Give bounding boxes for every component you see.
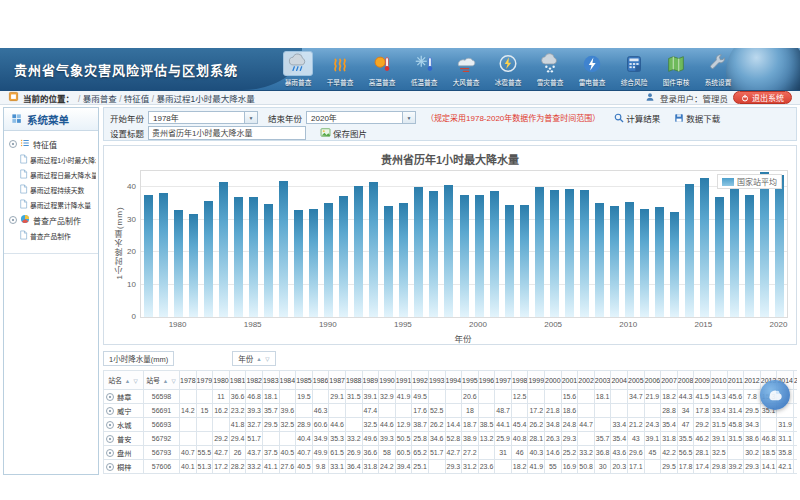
tree-item-label: 普查产品制作 xyxy=(30,231,71,241)
nav-item-label: 图件审核 xyxy=(662,77,689,87)
tree-item[interactable]: 暴雨过程累计降水量 xyxy=(6,197,96,212)
chart-title: 贵州省历年1小时最大降水量 xyxy=(104,151,796,167)
station-id-column-header[interactable]: 站号 ▲ ▽ xyxy=(144,371,180,390)
value-cell-水城-1996: 38.5 xyxy=(478,418,495,432)
nav-item-high-temp[interactable]: 高温普查 xyxy=(363,51,400,87)
nav-item-hail[interactable]: 冰雹普查 xyxy=(489,51,526,87)
chart-title-input[interactable] xyxy=(148,126,306,140)
bar-2018 xyxy=(745,195,754,317)
nav-item-snow[interactable]: 雪灾普查 xyxy=(531,51,568,87)
table-row-桐梓: 桐梓5760640.151.317.228.233.241.127.640.59… xyxy=(104,460,798,474)
value-cell-普安-1987: 35.3 xyxy=(329,432,346,446)
breadcrumb-link[interactable]: 暴雨普查 xyxy=(83,94,117,104)
nav-item-rainstorm[interactable]: 暴雨普查 xyxy=(279,51,316,87)
value-cell-桐梓-2009: 17.4 xyxy=(694,460,711,474)
value-cell-桐梓-2008: 17.8 xyxy=(677,460,694,474)
sidebar-tree: 特征值暴雨过程1小时最大降水量暴雨过程日最大降水量暴雨过程持续天数暴雨过程累计降… xyxy=(4,131,98,243)
value-cell-威宁-2010: 33.4 xyxy=(711,404,728,418)
row-expand-icon[interactable] xyxy=(106,421,114,429)
value-cell-盘州-2007: 42.2 xyxy=(661,446,678,460)
bar-1983 xyxy=(219,182,228,317)
value-cell-盘州-2014: 35.8 xyxy=(777,446,794,460)
bar-2002 xyxy=(505,205,514,317)
bar-1991 xyxy=(339,196,348,317)
measure-field-box[interactable]: 1小时降水量(mm) xyxy=(103,351,174,366)
year-column-header-1990: 1990 xyxy=(379,371,396,390)
value-cell-普安-2007: 31.8 xyxy=(661,432,678,446)
station-column-header[interactable]: 站名 ▲ ▽ xyxy=(104,371,144,390)
app-title: 贵州省气象灾害风险评估与区划系统 xyxy=(0,48,302,90)
value-cell-普安-1994: 52.8 xyxy=(445,432,462,446)
value-cell-赫章-2007: 18.2 xyxy=(661,390,678,404)
tree-item[interactable]: 暴雨过程日最大降水量 xyxy=(6,167,96,182)
value-cell-威宁-1994 xyxy=(445,404,462,418)
value-cell-赫章-1980: 11 xyxy=(213,390,230,404)
value-cell-水城-1998: 45.4 xyxy=(511,418,528,432)
value-cell-盘州-2012: 30.2 xyxy=(744,446,761,460)
breadcrumb-link[interactable]: 特征值 xyxy=(124,94,150,104)
row-expand-icon[interactable] xyxy=(106,449,114,457)
start-year-value: 1978年 xyxy=(153,112,179,123)
row-expand-icon[interactable] xyxy=(106,393,114,401)
tree-group-label: 特征值 xyxy=(33,139,57,150)
end-year-select[interactable]: 2020年 ▼ xyxy=(306,111,416,124)
value-cell-普安-1997: 25.9 xyxy=(495,432,512,446)
logout-button[interactable]: 退出系统 xyxy=(733,91,792,104)
value-cell-威宁-2003 xyxy=(594,404,611,418)
value-cell-水城-1984: 32.5 xyxy=(279,418,296,432)
tree-expand-icon[interactable] xyxy=(9,216,17,224)
nav-item-settings[interactable]: 系统设置 xyxy=(699,51,736,87)
nav-item-wind[interactable]: 大风普查 xyxy=(447,51,484,87)
value-cell-威宁-2004 xyxy=(611,404,628,418)
bar-2015 xyxy=(700,178,709,317)
save-image-label: 保存图片 xyxy=(333,127,367,139)
nav-item-combined-risk[interactable]: 综合风险 xyxy=(615,51,652,87)
nav-item-drought[interactable]: 干旱普查 xyxy=(321,51,358,87)
row-expand-icon[interactable] xyxy=(106,435,114,443)
nav-item-lightning[interactable]: 雷电普查 xyxy=(573,51,610,87)
value-cell-盘州-1981: 26 xyxy=(229,446,246,460)
chart-legend[interactable]: 国家站平均 xyxy=(717,174,782,189)
filter-row-2: 设置标题 保存图片 xyxy=(110,125,790,140)
value-cell-威宁-1988 xyxy=(345,404,362,418)
tree-expand-icon[interactable] xyxy=(9,140,17,148)
value-cell-盘州-1980: 42.7 xyxy=(213,446,230,460)
bar-2010 xyxy=(625,202,634,317)
tree-item[interactable]: 暴雨过程1小时最大降水量 xyxy=(6,152,96,167)
calc-result-button[interactable]: 计算结果 xyxy=(614,112,660,124)
tree-item[interactable]: 普查产品制作 xyxy=(6,228,96,243)
lightning-icon xyxy=(577,51,607,76)
value-cell-普安-2011: 31.5 xyxy=(727,432,744,446)
tree-group-1[interactable]: 普查产品制作 xyxy=(6,212,96,228)
station-id-cell: 56598 xyxy=(144,390,180,404)
value-cell-普安-2010: 39.1 xyxy=(711,432,728,446)
station-name-cell: 桐梓 xyxy=(104,460,144,474)
y-tick-label: 30 xyxy=(110,215,136,224)
start-year-select[interactable]: 1978年 ▼ xyxy=(148,111,258,124)
value-cell-盘州-2006: 45 xyxy=(644,446,661,460)
year-column-header-1985: 1985 xyxy=(296,371,313,390)
nav-item-label: 暴雨普查 xyxy=(284,77,311,87)
app-title-text: 贵州省气象灾害风险评估与区划系统 xyxy=(14,60,238,79)
sort-filter-icons: ▲ ▽ xyxy=(256,356,270,362)
row-expand-icon[interactable] xyxy=(106,463,114,471)
data-download-button[interactable]: 数据下载 xyxy=(674,112,720,124)
year-field-box[interactable]: 年份 ▲ ▽ xyxy=(232,351,276,366)
location-icon xyxy=(8,91,19,104)
tree-item[interactable]: 暴雨过程持续天数 xyxy=(6,182,96,197)
row-expand-icon[interactable] xyxy=(106,407,114,415)
breadcrumb: 当前的位置： / 暴雨普查 / 特征值 / 暴雨过程1小时最大降水量 xyxy=(8,91,255,104)
save-image-button[interactable]: 保存图片 xyxy=(320,127,367,139)
x-tick-label: 1980 xyxy=(169,320,187,329)
value-cell-普安-1998: 40.8 xyxy=(511,432,528,446)
value-cell-普安-1999: 28.1 xyxy=(528,432,545,446)
nav-item-map-review[interactable]: 图件审核 xyxy=(657,51,694,87)
value-cell-普安-1996: 13.2 xyxy=(478,432,495,446)
breadcrumb-link[interactable]: 暴雨过程1小时最大降水量 xyxy=(156,94,254,104)
tree-group-0[interactable]: 特征值 xyxy=(6,136,96,152)
value-cell-盘州-1984: 40.5 xyxy=(279,446,296,460)
nav-item-low-temp[interactable]: 低温普查 xyxy=(405,51,442,87)
floating-assistant-button[interactable] xyxy=(760,380,790,410)
year-column-header-1998: 1998 xyxy=(511,371,528,390)
bar-2005 xyxy=(550,190,559,317)
